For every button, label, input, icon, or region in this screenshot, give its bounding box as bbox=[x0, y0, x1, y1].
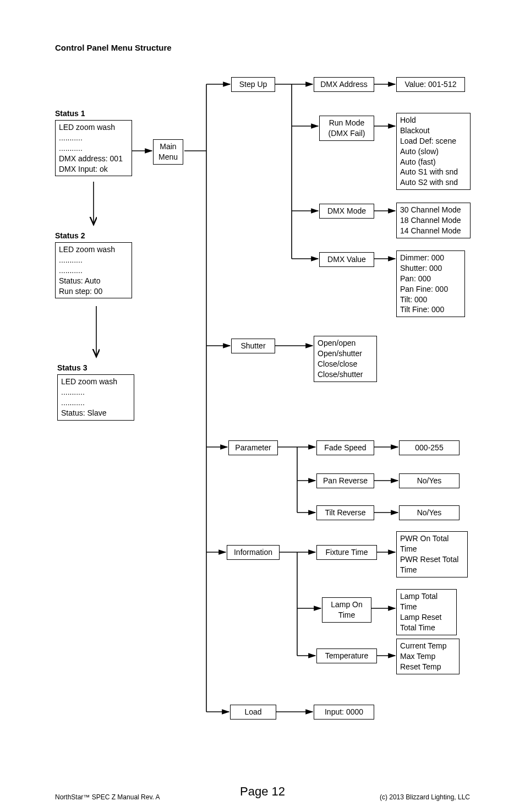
runmode-box: Run Mode (DMX Fail) bbox=[319, 116, 374, 141]
footer-left: NorthStar™ SPEC Z Manual Rev. A bbox=[55, 793, 160, 801]
status3-label: Status 3 bbox=[57, 363, 87, 372]
runmode-opts-box: Hold Blackout Load Def: scene Auto (slow… bbox=[396, 113, 471, 190]
dmxvalue-box: DMX Value bbox=[319, 252, 374, 267]
shutter-box: Shutter bbox=[231, 339, 275, 353]
dmxvalue-opts-box: Dimmer: 000 Shutter: 000 Pan: 000 Pan Fi… bbox=[396, 250, 465, 317]
main-menu-box: Main Menu bbox=[153, 139, 183, 165]
dmxaddr-value-box: Value: 001-512 bbox=[396, 77, 465, 92]
status2-label: Status 2 bbox=[55, 231, 85, 240]
stepup-box: Step Up bbox=[231, 77, 275, 92]
status1-label: Status 1 bbox=[55, 109, 85, 118]
shutter-opts-box: Open/open Open/shutter Close/close Close… bbox=[314, 336, 377, 382]
status1-box: LED zoom wash ........... ........... DM… bbox=[55, 120, 132, 176]
tiltrev-box: Tilt Reverse bbox=[316, 505, 374, 520]
footer-right: (c) 2013 Blizzard Lighting, LLC bbox=[380, 793, 470, 801]
fixturetime-box: Fixture Time bbox=[316, 545, 377, 560]
page-title: Control Panel Menu Structure bbox=[55, 43, 172, 52]
status3-box: LED zoom wash ........... ........... St… bbox=[57, 374, 134, 421]
dmxmode-opts-box: 30 Channel Mode 18 Channel Mode 14 Chann… bbox=[396, 203, 471, 238]
information-box: Information bbox=[227, 545, 280, 560]
footer-center: Page 12 bbox=[240, 784, 285, 799]
status2-box: LED zoom wash ........... ........... St… bbox=[55, 242, 132, 298]
fixturetime-opts-box: PWR On Total Time PWR Reset Total Time bbox=[396, 531, 468, 577]
load-val-box: Input: 0000 bbox=[314, 705, 374, 720]
tiltrev-val-box: No/Yes bbox=[399, 505, 460, 520]
parameter-box: Parameter bbox=[228, 440, 278, 455]
dmxmode-box: DMX Mode bbox=[319, 204, 374, 219]
fadespeed-box: Fade Speed bbox=[316, 440, 374, 455]
panrev-val-box: No/Yes bbox=[399, 473, 460, 488]
load-box: Load bbox=[230, 705, 276, 720]
temperature-box: Temperature bbox=[316, 648, 377, 663]
lampon-opts-box: Lamp Total Time Lamp Reset Total Time bbox=[396, 589, 457, 635]
temperature-opts-box: Current Temp Max Temp Reset Temp bbox=[396, 639, 460, 674]
lampon-box: Lamp On Time bbox=[322, 597, 371, 623]
fadespeed-val-box: 000-255 bbox=[399, 440, 460, 455]
panrev-box: Pan Reverse bbox=[316, 473, 374, 488]
dmxaddr-box: DMX Address bbox=[314, 77, 374, 92]
